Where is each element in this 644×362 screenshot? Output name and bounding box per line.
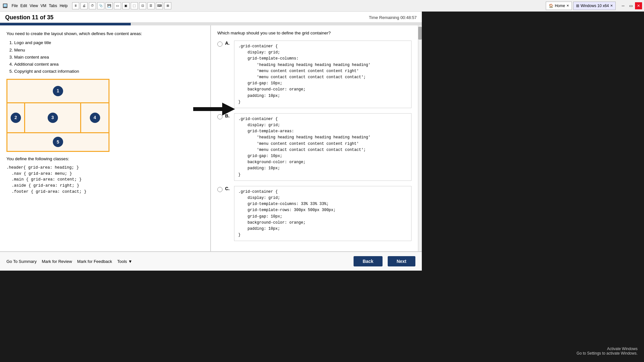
tool8[interactable]: ⊡ — [139, 2, 146, 9]
exam-header: Question 11 of 35 Time Remaining 00:48:5… — [0, 12, 422, 23]
tool11[interactable]: ⊞ — [164, 2, 171, 9]
tab-home-close[interactable]: ✕ — [566, 4, 569, 7]
grid-num-2: 2 — [11, 113, 21, 123]
mark-for-review-button[interactable]: Mark for Review — [42, 258, 72, 265]
window-controls: ─ ▭ ✕ — [620, 2, 642, 9]
right-panel-wrapper: Which markup should you use to define th… — [211, 25, 422, 251]
option-row-b: B. .grid-container { display: grid; grid… — [217, 113, 412, 181]
areas-list: Logo and page title Menu Main content ar… — [14, 40, 204, 75]
grid-diagram: 1 2 3 4 5 — [6, 79, 109, 152]
tool6[interactable]: ▣ — [122, 2, 129, 9]
grid-num-3: 3 — [48, 113, 58, 123]
code-line-2: .nav { grid-area: menu; } — [6, 171, 204, 177]
left-panel: You need to create the layout shown, whi… — [0, 25, 211, 251]
mark-for-feedback-button[interactable]: Mark for Feedback — [77, 258, 112, 265]
classes-intro: You define the following classes: — [6, 156, 204, 162]
vm-icon[interactable] — [2, 3, 8, 9]
menu-edit[interactable]: Edit — [20, 4, 27, 8]
grid-cell-5: 5 — [7, 133, 109, 151]
close-btn[interactable]: ✕ — [635, 2, 642, 9]
tool5[interactable]: ▭ — [114, 2, 121, 9]
radio-c[interactable] — [217, 187, 223, 192]
tab-windows[interactable]: ⊞ Windows 10 x64 ✕ — [573, 2, 616, 10]
windows-icon: ⊞ — [576, 4, 579, 8]
option-row-c: C. .grid-container { display: grid; grid… — [217, 186, 412, 241]
menu-tabs[interactable]: Tabs — [49, 4, 57, 8]
svg-marker-3 — [222, 103, 235, 116]
option-code-a: .grid-container { display: grid; grid-te… — [234, 41, 412, 108]
code-line-4: .aside { grid-area: right; } — [6, 183, 204, 189]
classes-code: .header{ grid-area: heading; } .nav { gr… — [6, 165, 204, 195]
tools-button[interactable]: Tools ▼ — [117, 258, 132, 265]
svg-rect-2 — [193, 107, 224, 111]
activate-line1: Activate Windows — [577, 347, 638, 351]
option-code-c: .grid-container { display: grid; grid-te… — [234, 186, 412, 241]
maximize-btn[interactable]: ▭ — [627, 2, 634, 9]
list-item: Logo and page title — [14, 40, 204, 46]
grid-cell-1: 1 — [7, 80, 109, 102]
grid-num-1: 1 — [53, 86, 63, 96]
tool3[interactable]: 📎 — [97, 2, 104, 9]
go-to-summary-button[interactable]: Go To Summary — [6, 258, 37, 265]
pause-btn[interactable]: ⏸ — [72, 2, 79, 9]
intro-text: You need to create the layout shown, whi… — [6, 31, 204, 37]
taskbar: File Edit View VM Tabs Help ⏸ 🖨 ⏱ 📎 💾 ▭ … — [0, 0, 644, 12]
menu-bar: File Edit View VM Tabs Help — [10, 4, 70, 8]
code-line-5: .footer { grid-area: contact; } — [6, 189, 204, 195]
grid-row-1: 1 — [7, 80, 109, 103]
scrollbar[interactable] — [418, 25, 422, 251]
menu-vm[interactable]: VM — [41, 4, 46, 8]
tab-home[interactable]: 🏠 Home ✕ — [546, 2, 572, 10]
menu-file[interactable]: File — [12, 4, 18, 8]
option-label-a: A. — [225, 41, 232, 46]
tab-windows-close[interactable]: ✕ — [610, 4, 613, 7]
progress-bar-fill — [0, 23, 131, 25]
right-question: Which markup should you use to define th… — [217, 31, 412, 35]
grid-cell-4: 4 — [81, 103, 109, 132]
next-button[interactable]: Next — [388, 256, 415, 266]
tool10[interactable]: ⌨ — [156, 2, 163, 9]
back-button[interactable]: Back — [354, 256, 382, 266]
svg-rect-1 — [4, 4, 7, 7]
question-title: Question 11 of 35 — [5, 14, 53, 21]
activate-windows: Activate Windows Go to Settings to activ… — [577, 347, 638, 356]
home-icon: 🏠 — [549, 4, 554, 8]
time-remaining: Time Remaining 00:48:57 — [369, 15, 417, 20]
tool2[interactable]: ⏱ — [89, 2, 96, 9]
tool9[interactable]: ☰ — [147, 2, 155, 9]
tool7[interactable]: ⬚ — [131, 2, 138, 9]
list-item: Additional content area — [14, 61, 204, 68]
tool4[interactable]: 💾 — [106, 2, 113, 9]
bottom-bar: Go To Summary Mark for Review Mark for F… — [0, 251, 422, 271]
radio-a[interactable] — [217, 42, 223, 47]
tool1[interactable]: 🖨 — [80, 2, 88, 9]
toolbar: ⏸ 🖨 ⏱ 📎 💾 ▭ ▣ ⬚ ⊡ ☰ ⌨ ⊞ — [72, 2, 171, 9]
option-label-c: C. — [225, 186, 232, 191]
minimize-btn[interactable]: ─ — [620, 2, 627, 9]
menu-help[interactable]: Help — [60, 4, 68, 8]
code-line-1: .header{ grid-area: heading; } — [6, 165, 204, 171]
grid-row-3: 5 — [7, 133, 109, 151]
activate-line2: Go to Settings to activate Windows. — [577, 351, 638, 356]
grid-num-5: 5 — [53, 137, 63, 147]
list-item: Main content area — [14, 54, 204, 60]
grid-cell-3: 3 — [25, 103, 81, 132]
grid-cell-2: 2 — [7, 103, 25, 132]
direction-arrow — [193, 103, 235, 116]
code-line-3: .main { grid-area: content; } — [6, 177, 204, 183]
list-item: Copyright and contact information — [14, 68, 204, 75]
grid-num-4: 4 — [90, 113, 100, 123]
exam-window: Question 11 of 35 Time Remaining 00:48:5… — [0, 12, 422, 271]
list-item: Menu — [14, 47, 204, 53]
desktop-area — [0, 271, 644, 362]
exam-content: You need to create the layout shown, whi… — [0, 25, 422, 251]
tab-windows-label: Windows 10 x64 — [581, 4, 609, 8]
option-code-b: .grid-container { display: grid; grid-te… — [234, 113, 412, 181]
right-panel: Which markup should you use to define th… — [211, 25, 418, 251]
progress-bar — [0, 23, 422, 25]
option-row-a: A. .grid-container { display: grid; grid… — [217, 41, 412, 108]
grid-row-2: 2 3 4 — [7, 103, 109, 133]
menu-view[interactable]: View — [30, 4, 38, 8]
tab-home-label: Home — [555, 4, 565, 8]
